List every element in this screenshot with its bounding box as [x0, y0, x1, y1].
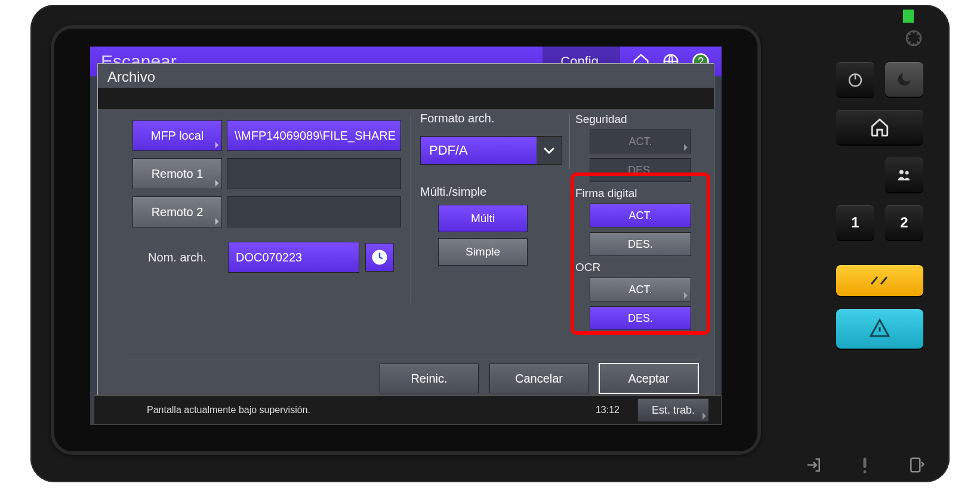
ok-button[interactable]: Aceptar: [599, 364, 698, 393]
security-label: Seguridad: [575, 113, 707, 126]
power-button[interactable]: [836, 62, 874, 97]
status-bar: Pantalla actualmente bajo supervisión. 1…: [94, 395, 722, 425]
signature-off-button[interactable]: DES.: [590, 232, 691, 256]
hardware-panel: 1 2: [792, 62, 923, 349]
power-led: [903, 10, 914, 23]
status-message: Pantalla actualmente bajo supervisión.: [147, 405, 310, 415]
hw-home-button[interactable]: [836, 110, 923, 144]
svg-point-7: [905, 171, 909, 175]
timestamp-button[interactable]: [365, 243, 394, 272]
preset-2-button[interactable]: 2: [885, 205, 923, 240]
access-button[interactable]: [885, 158, 923, 192]
format-label: Formato arch.: [420, 112, 563, 125]
svg-point-6: [899, 170, 904, 174]
ocr-on-button[interactable]: ACT.: [590, 278, 691, 301]
chevron-down-icon: [537, 137, 562, 164]
memory-icon[interactable]: [907, 456, 926, 474]
screen-bezel: Escanear Config. ? Archivo: [51, 25, 761, 455]
dialog-title: Archivo: [98, 64, 714, 88]
remote1-button[interactable]: Remoto 1: [132, 158, 222, 189]
svg-rect-8: [864, 458, 867, 469]
multi-button[interactable]: Múlti: [438, 205, 528, 232]
energy-icon: [902, 26, 926, 50]
multi-label: Múlti./simple: [420, 185, 563, 199]
simple-button[interactable]: Simple: [438, 238, 528, 266]
remote2-value[interactable]: [227, 196, 401, 227]
mfp-local-button[interactable]: MFP local: [132, 120, 222, 151]
filename-input[interactable]: DOC070223: [228, 242, 359, 273]
remote2-button[interactable]: Remoto 2: [132, 196, 222, 227]
logout-icon[interactable]: [805, 456, 823, 474]
format-select[interactable]: PDF/A: [420, 136, 562, 165]
filename-label: Nom. arch.: [132, 251, 222, 264]
svg-rect-10: [911, 458, 920, 472]
sleep-button[interactable]: [885, 62, 923, 97]
start-button[interactable]: [836, 309, 923, 349]
ocr-off-button[interactable]: DES.: [590, 306, 691, 330]
job-status-button[interactable]: Est. trab.: [637, 398, 709, 422]
device-frame: Escanear Config. ? Archivo: [30, 5, 950, 482]
clear-button[interactable]: [836, 265, 923, 296]
reset-button[interactable]: Reinic.: [380, 364, 479, 393]
preset-1-button[interactable]: 1: [836, 205, 874, 240]
svg-point-9: [864, 470, 867, 473]
cancel-button[interactable]: Cancelar: [489, 364, 588, 393]
file-dialog: Archivo MFP local \\MFP14069089\FILE_SHA…: [97, 63, 714, 404]
ocr-label: OCR: [575, 261, 707, 274]
alert-icon: [859, 456, 871, 474]
status-time: 13:12: [596, 404, 620, 415]
signature-on-button[interactable]: ACT.: [590, 204, 691, 227]
security-off-button: DES.: [590, 158, 691, 182]
dialog-subheader: [98, 88, 714, 109]
signature-label: Firma digital: [575, 187, 707, 200]
mfp-local-value[interactable]: \\MFP14069089\FILE_SHARE: [227, 120, 401, 151]
remote1-value[interactable]: [227, 158, 401, 189]
touchscreen: Escanear Config. ? Archivo: [90, 47, 722, 425]
bottom-indicators: [805, 456, 926, 474]
security-on-button: ACT.: [590, 130, 691, 153]
